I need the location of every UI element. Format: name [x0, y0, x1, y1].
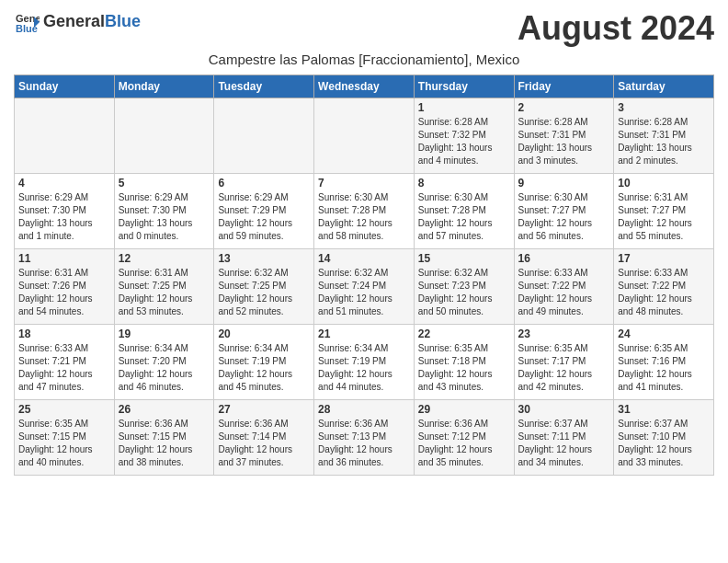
day-info: Sunrise: 6:37 AM Sunset: 7:10 PM Dayligh… — [618, 418, 710, 469]
calendar-cell: 25Sunrise: 6:35 AM Sunset: 7:15 PM Dayli… — [15, 400, 115, 476]
calendar-week-row: 18Sunrise: 6:33 AM Sunset: 7:21 PM Dayli… — [15, 325, 714, 400]
day-number: 9 — [518, 177, 610, 190]
day-info: Sunrise: 6:31 AM Sunset: 7:27 PM Dayligh… — [618, 191, 710, 243]
calendar-cell: 1Sunrise: 6:28 AM Sunset: 7:32 PM Daylig… — [414, 98, 514, 174]
day-header-friday: Friday — [514, 75, 614, 98]
calendar-cell: 28Sunrise: 6:36 AM Sunset: 7:13 PM Dayli… — [314, 400, 415, 476]
day-info: Sunrise: 6:35 AM Sunset: 7:15 PM Dayligh… — [18, 418, 110, 469]
day-number: 31 — [618, 403, 710, 416]
calendar-cell: 3Sunrise: 6:28 AM Sunset: 7:31 PM Daylig… — [614, 98, 714, 174]
calendar-cell: 17Sunrise: 6:33 AM Sunset: 7:22 PM Dayli… — [614, 249, 714, 325]
calendar-cell: 30Sunrise: 6:37 AM Sunset: 7:11 PM Dayli… — [514, 400, 614, 476]
day-number: 26 — [119, 403, 210, 416]
day-number: 22 — [418, 327, 510, 340]
day-number: 18 — [18, 327, 110, 340]
calendar-cell: 4Sunrise: 6:29 AM Sunset: 7:30 PM Daylig… — [15, 174, 115, 249]
calendar-cell: 6Sunrise: 6:29 AM Sunset: 7:29 PM Daylig… — [214, 174, 314, 249]
day-number: 16 — [518, 252, 610, 265]
day-info: Sunrise: 6:28 AM Sunset: 7:31 PM Dayligh… — [518, 116, 610, 167]
day-info: Sunrise: 6:36 AM Sunset: 7:15 PM Dayligh… — [119, 418, 210, 469]
day-info: Sunrise: 6:29 AM Sunset: 7:30 PM Dayligh… — [119, 191, 210, 243]
calendar-cell: 23Sunrise: 6:35 AM Sunset: 7:17 PM Dayli… — [514, 325, 614, 400]
day-info: Sunrise: 6:35 AM Sunset: 7:17 PM Dayligh… — [518, 342, 610, 394]
day-number: 27 — [218, 403, 310, 416]
day-info: Sunrise: 6:28 AM Sunset: 7:32 PM Dayligh… — [418, 116, 510, 167]
day-number: 8 — [418, 177, 510, 190]
subtitle: Campestre las Palomas [Fraccionamiento],… — [14, 52, 714, 67]
day-info: Sunrise: 6:32 AM Sunset: 7:25 PM Dayligh… — [218, 267, 310, 318]
day-info: Sunrise: 6:33 AM Sunset: 7:21 PM Dayligh… — [18, 342, 110, 394]
day-info: Sunrise: 6:29 AM Sunset: 7:30 PM Dayligh… — [18, 191, 110, 243]
calendar-cell: 5Sunrise: 6:29 AM Sunset: 7:30 PM Daylig… — [114, 174, 214, 249]
calendar-cell — [314, 98, 415, 174]
calendar-week-row: 25Sunrise: 6:35 AM Sunset: 7:15 PM Dayli… — [15, 400, 714, 476]
logo-blue-text: Blue — [105, 12, 141, 30]
calendar-cell — [214, 98, 314, 174]
day-info: Sunrise: 6:35 AM Sunset: 7:18 PM Dayligh… — [418, 342, 510, 394]
day-header-tuesday: Tuesday — [214, 75, 314, 98]
calendar-cell: 11Sunrise: 6:31 AM Sunset: 7:26 PM Dayli… — [15, 249, 115, 325]
calendar-cell: 2Sunrise: 6:28 AM Sunset: 7:31 PM Daylig… — [514, 98, 614, 174]
day-number: 11 — [18, 252, 110, 265]
day-number: 24 — [618, 327, 710, 340]
calendar-cell: 14Sunrise: 6:32 AM Sunset: 7:24 PM Dayli… — [314, 249, 415, 325]
calendar-table: SundayMondayTuesdayWednesdayThursdayFrid… — [14, 75, 714, 476]
day-number: 2 — [518, 101, 610, 114]
day-number: 15 — [418, 252, 510, 265]
day-info: Sunrise: 6:37 AM Sunset: 7:11 PM Dayligh… — [518, 418, 610, 469]
day-number: 4 — [18, 177, 110, 190]
calendar-cell: 13Sunrise: 6:32 AM Sunset: 7:25 PM Dayli… — [214, 249, 314, 325]
calendar-cell: 21Sunrise: 6:34 AM Sunset: 7:19 PM Dayli… — [314, 325, 415, 400]
calendar-cell: 8Sunrise: 6:30 AM Sunset: 7:28 PM Daylig… — [414, 174, 514, 249]
calendar-week-row: 4Sunrise: 6:29 AM Sunset: 7:30 PM Daylig… — [15, 174, 714, 249]
calendar-cell: 27Sunrise: 6:36 AM Sunset: 7:14 PM Dayli… — [214, 400, 314, 476]
calendar-cell: 19Sunrise: 6:34 AM Sunset: 7:20 PM Dayli… — [114, 325, 214, 400]
calendar-week-row: 11Sunrise: 6:31 AM Sunset: 7:26 PM Dayli… — [15, 249, 714, 325]
day-number: 17 — [618, 252, 710, 265]
calendar-cell: 29Sunrise: 6:36 AM Sunset: 7:12 PM Dayli… — [414, 400, 514, 476]
calendar-cell: 20Sunrise: 6:34 AM Sunset: 7:19 PM Dayli… — [214, 325, 314, 400]
day-info: Sunrise: 6:34 AM Sunset: 7:19 PM Dayligh… — [318, 342, 410, 394]
day-number: 21 — [318, 327, 410, 340]
day-info: Sunrise: 6:31 AM Sunset: 7:26 PM Dayligh… — [18, 267, 110, 318]
day-number: 6 — [218, 177, 310, 190]
calendar-cell: 22Sunrise: 6:35 AM Sunset: 7:18 PM Dayli… — [414, 325, 514, 400]
calendar-cell: 24Sunrise: 6:35 AM Sunset: 7:16 PM Dayli… — [614, 325, 714, 400]
calendar-cell: 12Sunrise: 6:31 AM Sunset: 7:25 PM Dayli… — [114, 249, 214, 325]
calendar-cell: 16Sunrise: 6:33 AM Sunset: 7:22 PM Dayli… — [514, 249, 614, 325]
calendar-cell — [114, 98, 214, 174]
day-info: Sunrise: 6:30 AM Sunset: 7:28 PM Dayligh… — [318, 191, 410, 243]
day-info: Sunrise: 6:30 AM Sunset: 7:27 PM Dayligh… — [518, 191, 610, 243]
calendar-week-row: 1Sunrise: 6:28 AM Sunset: 7:32 PM Daylig… — [15, 98, 714, 174]
calendar-cell: 9Sunrise: 6:30 AM Sunset: 7:27 PM Daylig… — [514, 174, 614, 249]
day-number: 25 — [18, 403, 110, 416]
day-number: 14 — [318, 252, 410, 265]
day-info: Sunrise: 6:36 AM Sunset: 7:13 PM Dayligh… — [318, 418, 410, 469]
day-info: Sunrise: 6:30 AM Sunset: 7:28 PM Dayligh… — [418, 191, 510, 243]
logo-icon: General Blue — [14, 9, 40, 35]
calendar-cell: 31Sunrise: 6:37 AM Sunset: 7:10 PM Dayli… — [614, 400, 714, 476]
calendar-cell — [15, 98, 115, 174]
day-header-sunday: Sunday — [15, 75, 115, 98]
logo-general-text: General — [43, 12, 105, 30]
day-number: 19 — [119, 327, 210, 340]
day-info: Sunrise: 6:34 AM Sunset: 7:20 PM Dayligh… — [119, 342, 210, 394]
day-number: 20 — [218, 327, 310, 340]
day-header-saturday: Saturday — [614, 75, 714, 98]
calendar-cell: 15Sunrise: 6:32 AM Sunset: 7:23 PM Dayli… — [414, 249, 514, 325]
month-title: August 2024 — [518, 9, 714, 48]
day-number: 12 — [119, 252, 210, 265]
logo: General Blue GeneralBlue — [14, 9, 141, 35]
day-number: 10 — [618, 177, 710, 190]
day-number: 30 — [518, 403, 610, 416]
day-number: 5 — [119, 177, 210, 190]
day-number: 3 — [618, 101, 710, 114]
calendar-cell: 26Sunrise: 6:36 AM Sunset: 7:15 PM Dayli… — [114, 400, 214, 476]
day-number: 29 — [418, 403, 510, 416]
day-info: Sunrise: 6:34 AM Sunset: 7:19 PM Dayligh… — [218, 342, 310, 394]
day-info: Sunrise: 6:36 AM Sunset: 7:12 PM Dayligh… — [418, 418, 510, 469]
day-header-monday: Monday — [114, 75, 214, 98]
day-info: Sunrise: 6:29 AM Sunset: 7:29 PM Dayligh… — [218, 191, 310, 243]
calendar-cell: 10Sunrise: 6:31 AM Sunset: 7:27 PM Dayli… — [614, 174, 714, 249]
day-info: Sunrise: 6:35 AM Sunset: 7:16 PM Dayligh… — [618, 342, 710, 394]
